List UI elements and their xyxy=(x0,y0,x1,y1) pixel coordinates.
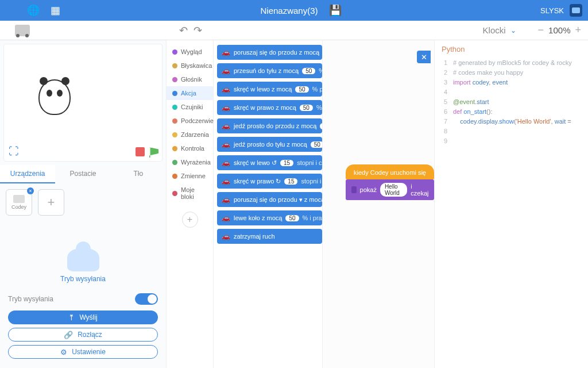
apps-icon[interactable]: ▦ xyxy=(49,5,61,16)
palette-block[interactable]: 🚗jedź prosto do tyłu z mocą50% xyxy=(217,137,322,152)
view-mode-toggle[interactable]: Klocki ⌄ xyxy=(483,25,516,35)
palette-block[interactable]: 🚗jedź prosto do przodu z mocą50 xyxy=(217,118,322,133)
add-category-button[interactable]: + xyxy=(182,212,198,228)
cloud-icon xyxy=(67,248,99,271)
redo-icon[interactable]: ↷ xyxy=(194,24,202,37)
settings-button[interactable]: ⚙ Ustawienie xyxy=(8,345,158,359)
avatar[interactable] xyxy=(570,4,582,17)
workspace[interactable]: ✕ kiedy Codey uruchomi się pokaż Hello W… xyxy=(323,40,434,368)
palette-block[interactable]: 🚗poruszaj się do przodu z mocą50 xyxy=(217,45,322,60)
category-label: Kontrola xyxy=(181,145,204,152)
palette-block[interactable]: 🚗zatrzymaj ruch xyxy=(217,229,322,244)
category-label: Akcja xyxy=(181,90,196,97)
palette-block[interactable]: 🚗skręć w prawo ↻15stopni i cze xyxy=(217,174,322,189)
category-dot xyxy=(172,191,177,196)
block-text: skręć w prawo ↻ xyxy=(234,178,281,185)
project-title: Nienazwany(3) xyxy=(261,6,318,16)
device-icon[interactable] xyxy=(15,25,30,36)
disconnect-button[interactable]: 🔗 Rozłącz xyxy=(8,328,158,342)
category-zdarzenia[interactable]: Zdarzenia xyxy=(167,128,213,141)
save-icon[interactable]: 💾 xyxy=(330,5,341,16)
line-number: 9 xyxy=(438,136,447,146)
line-number: 2 xyxy=(438,68,447,78)
block-value[interactable]: 50 xyxy=(285,215,299,221)
block-value[interactable]: 50 xyxy=(295,86,308,93)
block-value[interactable]: 15 xyxy=(284,178,297,185)
hat-block[interactable]: kiedy Codey uruchomi się xyxy=(346,164,434,179)
menu-icon[interactable] xyxy=(6,5,17,16)
device-card-codey[interactable]: × Codey xyxy=(6,189,32,216)
car-icon: 🚗 xyxy=(222,103,230,112)
block-palette: 🚗poruszaj się do przodu z mocą50🚗przesuń… xyxy=(214,40,323,368)
code-line: 8 xyxy=(438,126,588,136)
car-icon: 🚗 xyxy=(222,48,230,56)
tab-sprites[interactable]: Postacie xyxy=(55,165,110,183)
show-block-arg[interactable]: Hello World xyxy=(380,183,407,197)
category-akcja[interactable]: Akcja xyxy=(167,86,213,100)
close-code-panel-icon[interactable]: ✕ xyxy=(417,51,431,63)
send-button[interactable]: ⤒ Wyślij xyxy=(8,310,158,324)
block-tail: stopni i cze xyxy=(301,178,323,185)
tab-background[interactable]: Tło xyxy=(111,165,166,183)
toggle-label: Tryb wysyłania xyxy=(8,295,53,303)
view-mode-label: Klocki xyxy=(483,25,506,35)
block-text: skręć w prawo z mocą xyxy=(234,104,296,111)
line-number: 4 xyxy=(438,87,447,97)
palette-block[interactable]: 🚗lewe koło z mocą50% i prawe k xyxy=(217,210,322,225)
car-icon: 🚗 xyxy=(222,232,230,240)
block-value[interactable]: 50 xyxy=(302,68,315,74)
code-content: def on_start(): xyxy=(453,107,493,117)
stop-icon[interactable] xyxy=(136,147,145,156)
code-tab-python[interactable]: Python xyxy=(435,40,588,58)
zoom-out-icon[interactable]: − xyxy=(538,24,544,36)
block-tail: % prze xyxy=(319,67,323,74)
category-dot xyxy=(172,174,177,179)
palette-block[interactable]: 🚗poruszaj się do przodu ▾ z mocą xyxy=(217,192,322,207)
add-device-button[interactable]: + xyxy=(38,189,64,216)
undo-icon[interactable]: ↶ xyxy=(179,24,188,37)
flag-icon[interactable] xyxy=(149,147,158,158)
block-value[interactable]: 50 xyxy=(300,105,313,111)
chevron-down-icon: ⌄ xyxy=(510,26,516,34)
close-icon[interactable]: × xyxy=(27,187,34,194)
stage[interactable]: ⛶ xyxy=(3,44,163,162)
category-label: Zdarzenia xyxy=(181,131,209,138)
category-kontrola[interactable]: Kontrola xyxy=(167,141,213,155)
sprite-panda[interactable] xyxy=(38,79,71,115)
globe-icon[interactable]: 🌐 xyxy=(28,5,39,16)
category-wyrażenia[interactable]: Wyrażenia xyxy=(167,155,213,169)
fullscreen-icon[interactable]: ⛶ xyxy=(7,145,20,158)
block-value[interactable]: 50 xyxy=(311,141,323,148)
category-błyskawica[interactable]: Błyskawica xyxy=(167,59,213,72)
category-dot xyxy=(172,91,177,96)
category-czujniki[interactable]: Czujniki xyxy=(167,100,213,114)
palette-block[interactable]: 🚗skręć w prawo z mocą50% prze xyxy=(217,100,322,115)
category-label: Czujniki xyxy=(181,103,203,110)
asset-tabs: Urządzenia Postacie Tło xyxy=(0,165,166,183)
upload-mode-toggle[interactable] xyxy=(135,293,158,305)
line-number: 8 xyxy=(438,126,447,136)
code-area[interactable]: 1# generated by mBlock5 for codey & rock… xyxy=(435,58,588,368)
block-tail: stopni i czek xyxy=(297,159,323,166)
category-zmienne[interactable]: Zmienne xyxy=(167,169,213,183)
block-text: jedź prosto do przodu z mocą xyxy=(234,122,316,129)
category-głośnik[interactable]: Głośnik xyxy=(167,72,213,86)
palette-block[interactable]: 🚗skręć w lewo ↺15stopni i czek xyxy=(217,155,322,170)
palette-block[interactable]: 🚗przesuń do tyłu z mocą50% prze xyxy=(217,63,322,78)
category-label: Moje bloki xyxy=(181,186,207,200)
category-moje bloki[interactable]: Moje bloki xyxy=(167,183,213,204)
user-name[interactable]: SLYSK xyxy=(540,6,564,15)
code-line: 9 xyxy=(438,136,588,146)
zoom-in-icon[interactable]: + xyxy=(575,24,581,36)
block-value[interactable]: 15 xyxy=(280,160,293,166)
block-text: skręć w lewo z mocą xyxy=(234,86,292,93)
palette-block[interactable]: 🚗skręć w lewo z mocą50% przez xyxy=(217,82,322,97)
code-line: 1# generated by mBlock5 for codey & rock… xyxy=(438,58,588,68)
category-dot xyxy=(172,146,177,151)
category-podczerwień[interactable]: Podczerwień xyxy=(167,114,213,128)
category-wygląd[interactable]: Wygląd xyxy=(167,45,213,59)
tab-devices[interactable]: Urządzenia xyxy=(0,165,55,183)
category-dot xyxy=(172,77,177,82)
block-text: skręć w lewo ↺ xyxy=(234,159,277,167)
show-block[interactable]: pokaż Hello World i czekaj xyxy=(346,179,434,200)
